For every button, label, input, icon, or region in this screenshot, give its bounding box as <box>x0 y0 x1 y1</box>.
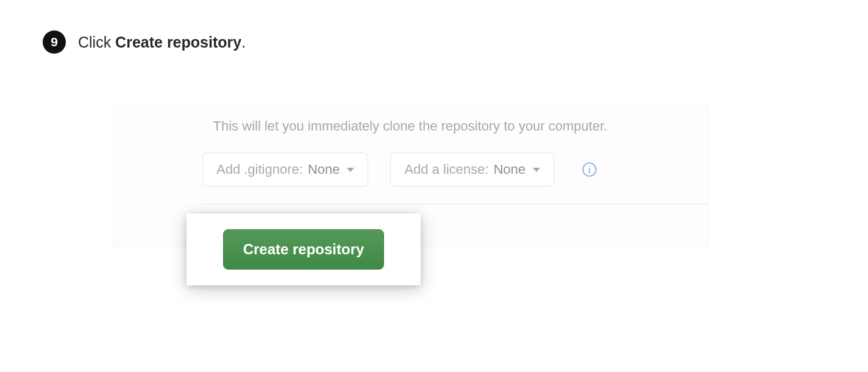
gitignore-value: None <box>308 162 340 177</box>
step-header: 9 Click Create repository. <box>0 0 868 54</box>
step-instruction: Click Create repository. <box>78 32 246 52</box>
chevron-down-icon <box>533 168 540 172</box>
info-icon[interactable] <box>581 161 598 178</box>
license-label: Add a license: <box>404 162 488 177</box>
gitignore-label: Add .gitignore: <box>216 162 303 177</box>
license-dropdown[interactable]: Add a license: None <box>390 152 554 187</box>
step-bold: Create repository <box>115 34 241 51</box>
dropdown-row: Add .gitignore: None Add a license: None <box>112 152 708 204</box>
step-number-badge: 9 <box>43 30 66 54</box>
clone-hint-text: This will let you immediately clone the … <box>112 106 708 152</box>
svg-point-1 <box>589 166 590 167</box>
step-number: 9 <box>51 35 58 49</box>
license-value: None <box>494 162 526 177</box>
step-prefix: Click <box>78 34 115 51</box>
create-repository-button[interactable]: Create repository <box>223 229 385 270</box>
highlight-callout: Create repository <box>187 213 421 285</box>
divider <box>202 204 708 204</box>
step-suffix: . <box>241 34 246 51</box>
screenshot-panel: This will let you immediately clone the … <box>112 106 709 248</box>
gitignore-dropdown[interactable]: Add .gitignore: None <box>202 152 368 187</box>
chevron-down-icon <box>347 168 354 172</box>
